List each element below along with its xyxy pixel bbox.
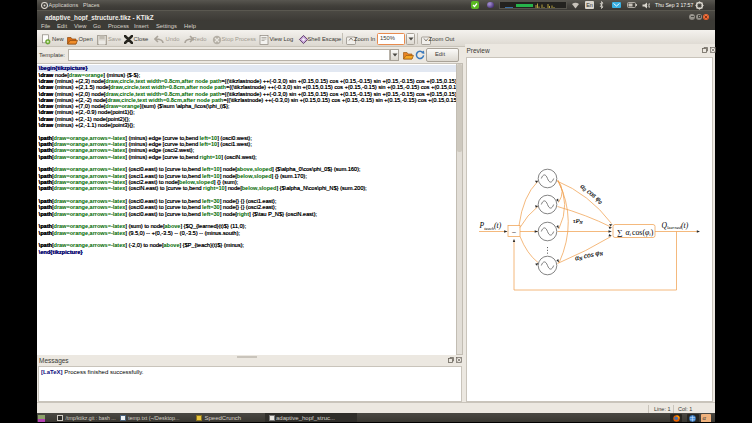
- svg-text:−: −: [512, 228, 517, 237]
- svg-text:∑ αicos(φi): ∑ αicos(φi): [617, 228, 654, 237]
- svg-text:αN cos φN: αN cos φN: [574, 247, 604, 262]
- svg-text:τPN: τPN: [573, 217, 584, 225]
- svg-text:Pteach(t): Pteach(t): [479, 221, 502, 230]
- svg-text:Qlearned(t): Qlearned(t): [662, 221, 689, 230]
